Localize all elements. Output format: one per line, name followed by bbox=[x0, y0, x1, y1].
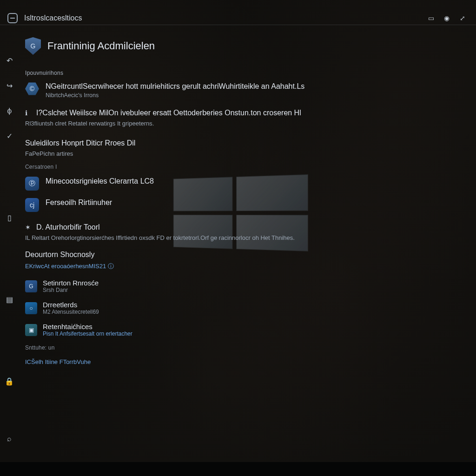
footer-link[interactable]: ICŠelh Itiine FTorrbVuhe bbox=[25, 358, 91, 365]
hexagon-icon: © bbox=[25, 82, 39, 96]
settings-window: Isltroslcacesltiocs ▭ ◉ ⤢ ↶ ↪ ɸ ✓ ▯ ▤ 🔒 … bbox=[0, 0, 476, 476]
list-item[interactable]: G Setinrton Rnrosće Srsh Danr bbox=[25, 279, 462, 293]
subheading-solutions: Suleidilors Honprt Diticr Rroes Dil bbox=[25, 139, 462, 147]
list-item[interactable]: ○ Drreetlerds M2 Atensusitecretell69 bbox=[25, 301, 462, 315]
entry-title: NGeitrcuntlSecrwihecer hott mulriehiticr… bbox=[46, 82, 304, 91]
clipboard-icon[interactable]: ▤ bbox=[5, 295, 14, 304]
list-item-title: Retenhtaićhices bbox=[43, 323, 132, 331]
app-icon bbox=[7, 13, 18, 23]
subheading-cache: ℹ I?Cslchet Weiilsce MilOn ivebuleer ers… bbox=[25, 109, 462, 117]
taskbar[interactable] bbox=[0, 462, 476, 476]
section-label-1: Ipouvnuirihons bbox=[25, 70, 462, 76]
entry-microsoft[interactable]: ⓟ Minecootsrignieles Clerarrta LC8 bbox=[25, 177, 462, 191]
page-icon[interactable]: ▯ bbox=[5, 213, 14, 222]
window-title: Isltroslcacesltiocs bbox=[24, 14, 82, 22]
flame-icon[interactable]: ɸ bbox=[5, 106, 14, 115]
app-tile-icon: ▣ bbox=[25, 324, 37, 336]
subdesc-cache: Rl3fliuntsh clret Retatel rerwatirgs It … bbox=[25, 120, 462, 127]
list-item-sub: M2 Atensusitecretell69 bbox=[43, 309, 99, 315]
nav-rail: ↶ ↪ ɸ ✓ ▯ ▤ 🔒 ⌕ bbox=[0, 33, 19, 457]
page-header: G Frantininig Acdmilcielen bbox=[25, 37, 462, 55]
entry-firewall[interactable]: cj Ferseoilh Rirtiinuher bbox=[25, 198, 462, 212]
page-title: Frantininig Acdmilcielen bbox=[47, 40, 155, 52]
app-tile-icon: ○ bbox=[25, 302, 37, 314]
share-icon[interactable]: ↪ bbox=[5, 81, 14, 90]
square-badge-icon: cj bbox=[25, 198, 39, 212]
app-tile-icon: G bbox=[25, 280, 37, 292]
subheading-author: ✶ D. Aturhorbifir Toorl bbox=[25, 223, 462, 231]
list-item-sub: Pisn It Anfsifertsesalt orn erlertacher bbox=[43, 331, 132, 337]
back-icon[interactable]: ↶ bbox=[5, 56, 14, 65]
question-icon: ℹ bbox=[25, 109, 33, 117]
list-item-title: Setinrton Rnrosće bbox=[43, 279, 99, 287]
subdesc-solutions: FaPePichn artires bbox=[25, 150, 462, 157]
title-bar: Isltroslcacesltiocs ▭ ◉ ⤢ bbox=[0, 11, 476, 25]
lock-icon[interactable]: 🔒 bbox=[5, 377, 14, 386]
entry-title: Minecootsrignieles Clerarrta LC8 bbox=[46, 177, 154, 186]
entry-title: Ferseoilh Rirtiinuher bbox=[46, 198, 112, 207]
group-link[interactable]: EKriwcAt erooaóerhesnMIS21 ⓘ bbox=[25, 262, 114, 271]
subdesc-author: IL Reltart Orehorlorgtinorsierćhes Iffir… bbox=[25, 234, 462, 241]
circle-badge-icon: ⓟ bbox=[25, 177, 39, 191]
group-heading: Deourtorn Shocnosly bbox=[25, 251, 462, 259]
check-icon[interactable]: ✓ bbox=[5, 131, 14, 140]
search-icon[interactable]: ⌕ bbox=[5, 434, 14, 443]
person-icon: ✶ bbox=[25, 224, 33, 231]
list-item-sub: Srsh Danr bbox=[43, 287, 99, 293]
shield-icon: G bbox=[25, 37, 41, 55]
entry-network[interactable]: © NGeitrcuntlSecrwihecer hott mulriehiti… bbox=[25, 82, 462, 99]
footer-small: Snttuhe: un bbox=[25, 344, 462, 351]
close-button[interactable]: ⤢ bbox=[458, 14, 467, 22]
list-item-title: Drreetlerds bbox=[43, 301, 99, 309]
list-item[interactable]: ▣ Retenhtaićhices Pisn It Anfsifertsesal… bbox=[25, 323, 462, 337]
entry-subtitle: NibrtchAecic's Irrons bbox=[46, 92, 304, 99]
maximize-button[interactable]: ◉ bbox=[443, 14, 451, 22]
minimize-button[interactable]: ▭ bbox=[427, 14, 435, 22]
caption-text: Cersatroen I bbox=[25, 164, 462, 170]
main-content: G Frantininig Acdmilcielen Ipouvnuirihon… bbox=[25, 37, 462, 457]
